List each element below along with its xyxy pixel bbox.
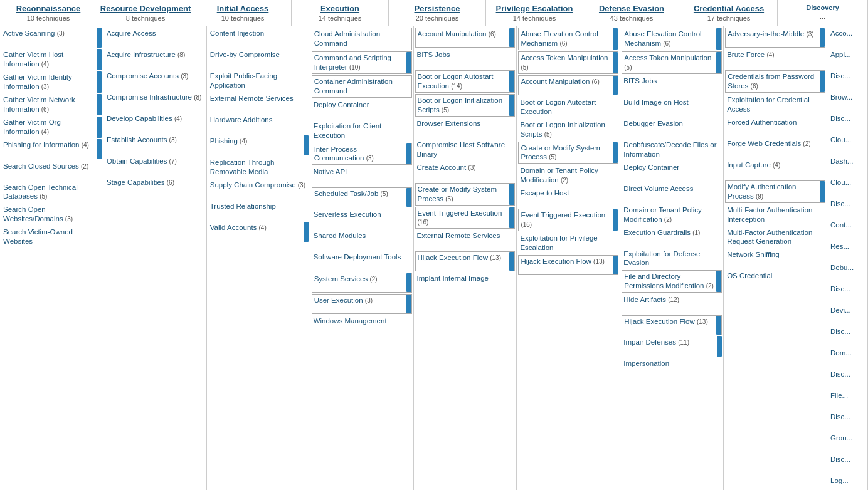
technique-name[interactable]: Acco... xyxy=(828,28,866,48)
technique-name[interactable]: Establish Accounts (3) xyxy=(105,134,205,154)
technique-name[interactable]: Browser Extensions xyxy=(415,118,516,138)
drag-handle[interactable] xyxy=(820,71,825,92)
technique-name[interactable]: Valid Accounts (4) xyxy=(208,222,304,242)
drag-handle[interactable] xyxy=(613,142,618,164)
technique-name[interactable]: Search Closed Sources (2) xyxy=(1,160,102,180)
technique-name[interactable]: Search Open Websites/Domains (3) xyxy=(1,204,102,225)
technique-name[interactable]: Impersonation xyxy=(622,358,722,378)
drag-handle[interactable] xyxy=(509,184,514,205)
drag-handle[interactable] xyxy=(613,209,618,231)
technique-name[interactable]: Appl... xyxy=(828,49,866,69)
technique-name[interactable]: Multi-Factor Authentication Request Gene… xyxy=(725,227,825,248)
technique-name[interactable]: Gather Victim Identity Information (3) xyxy=(1,71,97,93)
technique-name[interactable]: BITS Jobs xyxy=(415,49,516,69)
technique-name[interactable]: Scheduled Task/Job (5) xyxy=(312,188,406,207)
technique-name[interactable]: Abuse Elevation Control Mechanism (6) xyxy=(519,28,613,50)
technique-name[interactable]: Compromise Accounts (3) xyxy=(105,70,205,90)
technique-name[interactable]: Compromise Infrastructure (8) xyxy=(105,91,205,112)
technique-name[interactable]: Abuse Elevation Control Mechanism (6) xyxy=(622,28,716,50)
technique-name[interactable]: Brow... xyxy=(828,91,866,112)
drag-handle[interactable] xyxy=(509,28,514,47)
technique-name[interactable]: Devi... xyxy=(828,305,866,325)
col-title-resource-development[interactable]: Resource Development xyxy=(100,4,191,13)
technique-name[interactable]: Domain or Tenant Policy Modification (2) xyxy=(518,165,618,186)
technique-name[interactable]: Domain or Tenant Policy Modification (2) xyxy=(622,204,722,226)
technique-name[interactable]: Clou... xyxy=(828,134,866,154)
technique-name[interactable]: Escape to Host xyxy=(518,187,618,207)
col-title-discovery[interactable]: Discovery xyxy=(780,4,865,11)
drag-handle[interactable] xyxy=(716,52,721,73)
technique-name[interactable]: Account Manipulation (6) xyxy=(519,76,613,95)
technique-name[interactable]: File and Directory Permissions Modificat… xyxy=(622,271,716,292)
drag-handle[interactable] xyxy=(613,52,618,73)
technique-name[interactable]: Acquire Access xyxy=(105,28,205,48)
technique-name[interactable]: Hijack Execution Flow (13) xyxy=(622,316,716,335)
technique-name[interactable]: Phishing (4) xyxy=(208,135,304,155)
technique-name[interactable]: OS Credential xyxy=(725,270,825,290)
technique-name[interactable]: Grou... xyxy=(828,432,866,452)
drag-handle[interactable] xyxy=(406,52,411,73)
technique-name[interactable]: Serverless Execution xyxy=(312,209,412,229)
technique-name[interactable]: Log... xyxy=(828,475,866,490)
technique-name[interactable]: Command and Scripting Interpreter (10) xyxy=(312,52,406,73)
drag-handle[interactable] xyxy=(820,28,825,47)
technique-name[interactable]: Cont... xyxy=(828,219,866,239)
technique-name[interactable]: Gather Victim Org Information (4) xyxy=(1,117,97,138)
technique-name[interactable]: Windows Management xyxy=(312,315,412,335)
technique-name[interactable]: Search Open Technical Databases (5) xyxy=(1,182,102,203)
technique-name[interactable]: File... xyxy=(828,390,866,410)
drag-handle[interactable] xyxy=(406,273,411,292)
drag-handle[interactable] xyxy=(406,295,411,313)
technique-name[interactable]: Direct Volume Access xyxy=(622,183,722,203)
technique-name[interactable]: Hijack Execution Flow (13) xyxy=(416,252,510,271)
technique-name[interactable]: System Services (2) xyxy=(312,273,406,292)
technique-name[interactable]: Disc... xyxy=(828,198,866,218)
drag-handle[interactable] xyxy=(716,271,721,292)
technique-name[interactable]: Access Token Manipulation (5) xyxy=(622,52,716,73)
technique-name[interactable]: Exploitation for Privilege Escalation xyxy=(518,232,618,254)
drag-handle[interactable] xyxy=(97,49,102,70)
technique-name[interactable]: Deploy Container xyxy=(312,99,412,119)
drag-handle[interactable] xyxy=(613,28,618,50)
drag-handle[interactable] xyxy=(97,139,102,159)
col-title-execution[interactable]: Execution xyxy=(294,4,386,13)
technique-name[interactable]: Boot or Logon Initialization Scripts (5) xyxy=(416,95,510,116)
technique-name[interactable]: Develop Capabilities (4) xyxy=(105,113,205,133)
technique-name[interactable]: Boot or Logon Autostart Execution (14) xyxy=(416,71,510,92)
technique-name[interactable]: Network Sniffing xyxy=(725,249,825,269)
technique-name[interactable]: Multi-Factor Authentication Interception xyxy=(725,204,825,226)
technique-name[interactable]: Content Injection xyxy=(208,28,309,48)
drag-handle[interactable] xyxy=(613,76,618,95)
technique-name[interactable]: Supply Chain Compromise (3) xyxy=(208,179,309,199)
technique-name[interactable]: Disc... xyxy=(828,70,866,90)
technique-name[interactable]: Drive-by Compromise xyxy=(208,49,309,69)
drag-handle[interactable] xyxy=(97,117,102,138)
technique-name[interactable]: Execution Guardrails (1) xyxy=(622,227,722,247)
technique-name[interactable]: Exploitation for Credential Access xyxy=(725,94,825,115)
col-title-privilege-escalation[interactable]: Privilege Escalation xyxy=(489,4,580,13)
technique-name[interactable]: Software Deployment Tools xyxy=(312,251,412,271)
technique-name[interactable]: External Remote Services xyxy=(415,230,516,250)
technique-name[interactable]: Cloud Administration Command xyxy=(312,28,411,50)
technique-name[interactable]: Phishing for Information (4) xyxy=(1,139,97,159)
drag-handle[interactable] xyxy=(97,71,102,93)
technique-name[interactable]: Credentials from Password Stores (6) xyxy=(726,71,820,92)
technique-name[interactable]: Build Image on Host xyxy=(622,96,722,117)
technique-name[interactable]: Input Capture (4) xyxy=(725,159,825,179)
drag-handle[interactable] xyxy=(406,188,411,207)
technique-name[interactable]: Event Triggered Execution (16) xyxy=(519,209,613,231)
technique-name[interactable]: Exploitation for Client Execution xyxy=(312,120,412,142)
drag-handle[interactable] xyxy=(820,181,825,202)
technique-name[interactable]: Account Manipulation (6) xyxy=(416,28,510,47)
technique-name[interactable]: Event Triggered Execution (16) xyxy=(416,207,510,229)
col-title-initial-access[interactable]: Initial Access xyxy=(197,4,288,13)
technique-name[interactable]: Dom... xyxy=(828,347,866,367)
technique-name[interactable]: Search Victim-Owned Websites xyxy=(1,226,102,248)
drag-handle[interactable] xyxy=(717,336,722,357)
technique-name[interactable]: Gather Victim Host Information (4) xyxy=(1,49,97,70)
col-title-credential-access[interactable]: Credential Access xyxy=(683,4,775,13)
technique-name[interactable]: Acquire Infrastructure (8) xyxy=(105,49,205,69)
technique-name[interactable]: Create or Modify System Process (5) xyxy=(519,142,613,164)
technique-name[interactable]: Implant Internal Image xyxy=(415,273,516,293)
technique-name[interactable]: Create or Modify System Process (5) xyxy=(416,184,510,205)
